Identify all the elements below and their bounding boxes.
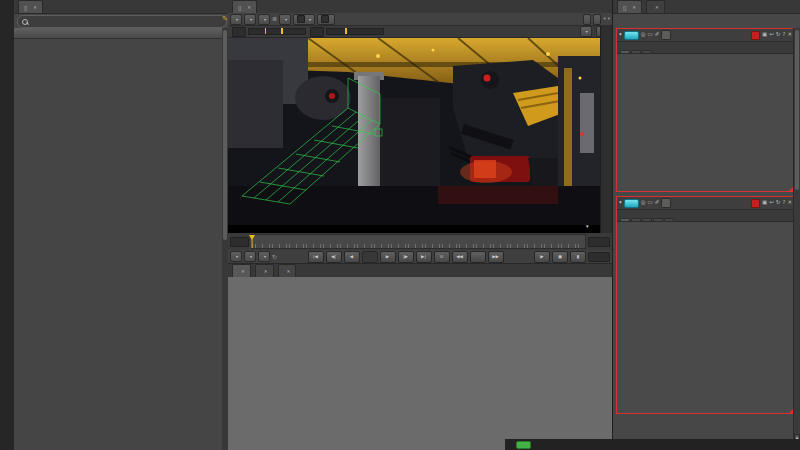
param-group-geocard4: ▾ ◎ ▭ ✐ ▣ ↩ ↻ ? ✕	[616, 196, 795, 414]
edit-icon[interactable]: ✐	[655, 32, 660, 38]
param-group-tabs	[617, 42, 794, 54]
enable-toggle[interactable]	[624, 199, 639, 208]
timeline-ruler[interactable]	[251, 234, 586, 249]
jump-back-button[interactable]: ◀◀	[452, 251, 468, 263]
application-window: ▯✕ ✎ ▯✕ ≣	[0, 0, 800, 450]
exposure-slider[interactable]	[248, 28, 306, 35]
scene-graph-column-header[interactable]	[14, 28, 222, 39]
tab-transform[interactable]	[631, 218, 641, 221]
display-dropdown[interactable]	[258, 14, 270, 25]
tf-dropdown[interactable]	[244, 251, 256, 262]
enable-toggle[interactable]	[624, 31, 639, 40]
tab-curve-editor[interactable]: ✕	[255, 264, 274, 277]
lens-dropdown[interactable]	[580, 26, 592, 37]
colorspace-dropdown[interactable]	[279, 14, 291, 25]
chevron-down-icon[interactable]: ▾	[603, 17, 605, 22]
loop-icon[interactable]: ↻	[272, 254, 277, 260]
status-ok-badge	[516, 441, 531, 449]
close-icon[interactable]: ✕	[247, 5, 251, 10]
buffer-a-dropdown[interactable]	[293, 14, 315, 25]
frame-out-field[interactable]	[588, 252, 610, 262]
ignore-button[interactable]	[751, 31, 760, 40]
gamma-slider[interactable]	[326, 28, 384, 35]
gamma-value[interactable]	[310, 27, 324, 37]
close-icon[interactable]: ✕	[33, 5, 37, 10]
tab-dope-sheet[interactable]: ✕	[278, 264, 297, 277]
frame-increment-field[interactable]	[470, 251, 486, 263]
minimize-icon[interactable]: ▭	[648, 200, 653, 206]
close-icon[interactable]: ✕	[241, 269, 245, 274]
help-button[interactable]: ?	[782, 32, 785, 38]
play-button[interactable]: ▶	[380, 251, 396, 263]
next-keyframe-button[interactable]: ▶|	[416, 251, 432, 263]
close-icon[interactable]: ✕	[787, 200, 792, 206]
properties-panel: ▯✕ ✕ ▾ ◎ ▭ ✐ ▣ ↩ ↻ ? ✕	[612, 0, 800, 450]
undo-button[interactable]: ↩	[769, 200, 774, 206]
state-icon[interactable]: ◎	[641, 32, 646, 38]
tab-properties[interactable]: ▯✕	[617, 0, 642, 13]
viewport-3d[interactable]: ▾	[228, 38, 600, 233]
close-icon[interactable]: ✕	[787, 32, 792, 38]
node-name-field[interactable]	[661, 198, 671, 208]
close-icon[interactable]: ✕	[632, 5, 636, 10]
stop-button[interactable]: ▣	[552, 251, 568, 263]
undo-button[interactable]: ↩	[769, 32, 774, 38]
scene-graph-search-input[interactable]	[17, 15, 227, 28]
search-icon	[22, 19, 28, 25]
state-icon[interactable]: ◎	[641, 200, 646, 206]
tab-node2[interactable]	[664, 218, 674, 221]
tab-lens-distortion[interactable]	[642, 218, 652, 221]
reset-button[interactable]: ↻	[776, 200, 781, 206]
disclosure-triangle-icon[interactable]: ▾	[619, 200, 622, 206]
tab-geotransform[interactable]	[620, 50, 630, 53]
layer-dropdown[interactable]	[244, 14, 256, 25]
frame-end-field[interactable]	[588, 237, 610, 247]
left-tool-strip	[0, 0, 15, 450]
properties-scrollbar[interactable]: ▲ ▼	[793, 28, 800, 450]
document-icon: ▯	[623, 4, 626, 11]
help-button[interactable]: ?	[782, 200, 785, 206]
node-graph-canvas[interactable]	[228, 277, 612, 450]
disclosure-triangle-icon[interactable]: ▾	[619, 32, 622, 38]
current-frame-display[interactable]	[362, 251, 378, 263]
scope-dropdown[interactable]	[258, 251, 270, 262]
jump-forward-button[interactable]: ▶▶	[488, 251, 504, 263]
pencil-icon[interactable]: ✎	[222, 15, 228, 23]
step-back-button[interactable]: ◀	[344, 251, 360, 263]
tab-node[interactable]	[642, 50, 652, 53]
ignore-button[interactable]	[751, 199, 760, 208]
lut-icon[interactable]: ≣	[272, 16, 277, 22]
node-name-field[interactable]	[661, 30, 671, 40]
tab-look[interactable]	[631, 50, 641, 53]
edit-icon[interactable]: ✐	[655, 200, 660, 206]
fstop-value[interactable]	[232, 27, 246, 37]
buffer-b-chip[interactable]	[317, 14, 335, 25]
chevron-down-icon[interactable]: ▾	[608, 17, 610, 22]
close-icon[interactable]: ✕	[287, 269, 291, 274]
go-to-end-button[interactable]: ⊙	[434, 251, 450, 263]
chevron-down-icon[interactable]: ▾	[586, 223, 589, 229]
fps-dropdown[interactable]	[230, 251, 242, 262]
zoom-level[interactable]	[583, 14, 591, 25]
frame-start-field[interactable]	[230, 237, 249, 247]
reset-button[interactable]: ↻	[776, 32, 781, 38]
lock-icon[interactable]: ▮	[570, 251, 586, 263]
tab-geocard[interactable]	[620, 218, 630, 221]
channel-dropdown[interactable]	[230, 14, 242, 25]
tab-viewer1[interactable]: ▯✕	[232, 0, 257, 13]
tab-scene-graph[interactable]: ▯✕	[18, 0, 43, 13]
duplicate-button[interactable]: ▣	[762, 200, 767, 206]
close-icon[interactable]: ✕	[655, 5, 659, 10]
duplicate-button[interactable]: ▣	[762, 32, 767, 38]
pixel-ratio[interactable]	[593, 14, 601, 25]
go-to-start-button[interactable]: |◀	[308, 251, 324, 263]
tab-background-renders[interactable]: ✕	[646, 0, 665, 13]
render-button[interactable]: ▶	[534, 251, 550, 263]
tab-node-graph[interactable]: ✕	[232, 264, 251, 277]
tab-deform[interactable]	[653, 218, 663, 221]
minimize-icon[interactable]: ▭	[648, 32, 653, 38]
close-icon[interactable]: ✕	[264, 269, 268, 274]
step-forward-button[interactable]: |▶	[398, 251, 414, 263]
param-group-header: ▾ ◎ ▭ ✐ ▣ ↩ ↻ ? ✕	[617, 197, 794, 210]
prev-keyframe-button[interactable]: ◀|	[326, 251, 342, 263]
